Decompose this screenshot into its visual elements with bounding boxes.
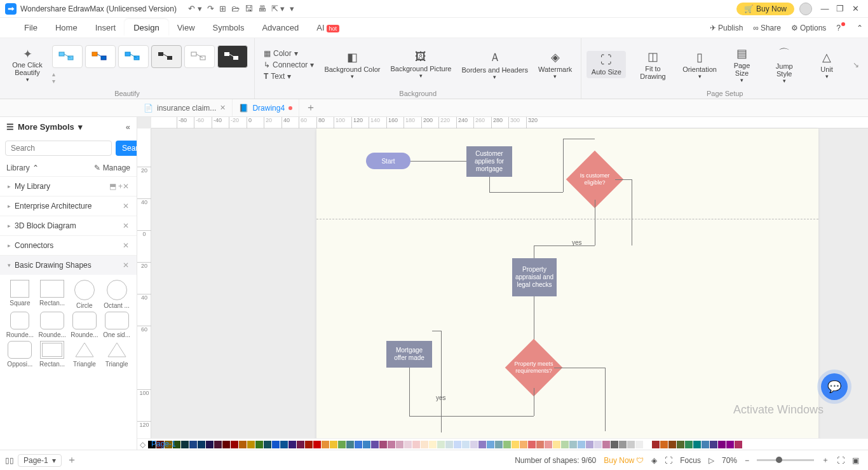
open-button[interactable]: 🗁 [231,4,240,13]
tab-view[interactable]: View [168,19,204,36]
add-page-button[interactable]: ＋ [67,453,77,467]
theme-4[interactable] [151,45,182,68]
cat-basic-shapes[interactable]: ▾Basic Drawing Shapes✕ [0,255,137,275]
cat-connectors[interactable]: ▸Connectors✕ [0,235,137,255]
color-swatch[interactable] [255,441,263,448]
color-swatch[interactable] [668,441,676,448]
color-swatch[interactable] [635,441,643,448]
color-swatch[interactable] [644,441,651,448]
color-swatch[interactable] [231,441,238,448]
shape-triangle1[interactable]: Triangle [70,341,100,368]
jump-style-button[interactable]: ⌒Jump Style▾ [764,43,805,86]
page-size-button[interactable]: ▤Page Size▾ [722,44,762,86]
search-button[interactable]: Search [116,141,137,156]
save-button[interactable]: 🖫 [245,4,253,13]
color-swatch[interactable] [355,441,362,448]
add-tab-button[interactable]: ＋ [299,101,322,114]
no-fill-swatch[interactable]: ◇ [140,440,146,449]
watermark-button[interactable]: ◈Watermark▾ [534,48,576,82]
zoom-out[interactable]: − [745,456,749,465]
color-swatch[interactable] [247,441,255,448]
color-swatch[interactable] [594,441,602,448]
color-swatch[interactable] [421,441,428,448]
color-swatch[interactable] [379,441,387,448]
shape-rounded3[interactable]: Rounde... [70,312,100,338]
color-swatch[interactable] [454,441,461,448]
tab-design[interactable]: Design [125,19,168,36]
color-swatch[interactable] [363,441,370,448]
doc-tab-1[interactable]: 📄 insurance claim...✕ [137,99,233,116]
color-swatch[interactable] [569,441,577,448]
color-swatch[interactable] [619,441,627,448]
page-selector[interactable]: Page-1 ▾ [18,454,62,467]
color-swatch[interactable] [487,441,494,448]
node-apply[interactable]: Customer applies for mortgage [466,146,512,177]
color-swatch[interactable] [578,441,585,448]
color-swatch[interactable] [478,441,486,448]
auto-size-button[interactable]: ⛶Auto Size [587,51,626,78]
cat-3d-block[interactable]: ▸3D Block Diagram✕ [0,216,137,235]
color-swatch[interactable] [520,441,527,448]
theme-6[interactable] [217,45,248,68]
color-swatch[interactable] [586,441,593,448]
page-tab-label[interactable]: Page-1 [151,439,176,448]
color-swatch[interactable] [627,441,635,448]
color-swatch[interactable] [726,441,734,448]
color-swatch[interactable] [239,441,247,448]
collapse-ribbon[interactable]: ⌃ [857,24,863,32]
buy-now-link[interactable]: Buy Now 🛡 [604,456,644,465]
export-button[interactable]: ⇱ ▾ [271,4,285,13]
color-swatch[interactable] [297,441,304,448]
canvas[interactable]: -80-60-40-200204060801001201401601802002… [137,117,868,450]
color-swatch[interactable] [702,441,709,448]
color-swatch[interactable] [660,441,668,448]
theme-5[interactable] [184,45,215,68]
color-swatch[interactable] [437,441,445,448]
buy-now-button[interactable]: 🛒 Buy Now [736,3,794,15]
color-swatch[interactable] [264,441,271,448]
color-swatch[interactable] [470,441,478,448]
shape-square[interactable]: Square [5,280,35,309]
search-input[interactable] [5,141,112,156]
chat-fab[interactable]: 💬 [821,373,848,400]
color-swatch[interactable] [685,441,693,448]
color-swatch[interactable] [693,441,701,448]
color-swatch[interactable] [313,441,321,448]
fit-drawing-button[interactable]: ◫Fit to Drawing [628,47,677,83]
color-swatch[interactable] [718,441,726,448]
cat-enterprise[interactable]: ▸Enterprise Architecture✕ [0,196,137,216]
color-swatch[interactable] [652,441,660,448]
color-swatch[interactable] [602,441,610,448]
doc-tab-2[interactable]: 📘 Drawing4 [233,99,299,116]
focus-button[interactable]: Focus [680,456,701,465]
color-swatch[interactable] [280,441,288,448]
redo-button[interactable]: ↷ [207,4,214,13]
shape-rect2[interactable]: Rectan... [37,341,67,368]
color-swatch[interactable] [528,441,536,448]
shape-opposite[interactable]: Opposi... [5,341,35,368]
color-swatch[interactable] [429,441,437,448]
orientation-button[interactable]: ▯Orientation▾ [680,48,720,82]
color-swatch[interactable] [545,441,552,448]
shape-rectangle[interactable]: Rectan... [37,280,67,309]
share-button[interactable]: ∞ Share [753,24,781,32]
fit-page-icon[interactable]: ⛶ [837,456,844,465]
color-swatch[interactable] [305,441,313,448]
publish-button[interactable]: ✈ Publish [710,24,743,32]
color-swatch[interactable] [462,441,470,448]
zoom-in[interactable]: ＋ [822,455,829,466]
color-swatch[interactable] [611,441,618,448]
bg-color-button[interactable]: ◧Background Color▾ [320,48,384,82]
connector-dropdown[interactable]: ↳ Connector ▾ [264,60,314,69]
more-button[interactable]: ▾ [290,4,294,13]
user-avatar[interactable] [799,3,812,15]
undo-button[interactable]: ↶ ▾ [188,4,202,13]
tab-advanced[interactable]: Advanced [253,19,308,36]
shape-triangle2[interactable]: Triangle [102,341,132,368]
tab-home[interactable]: Home [46,19,86,36]
tab-ai[interactable]: AIhot [308,19,348,36]
close-tab-1[interactable]: ✕ [220,104,226,112]
fullscreen-icon[interactable]: ▣ [852,456,859,465]
page-setup-launcher[interactable]: ↘ [849,60,863,69]
unit-button[interactable]: △Unit▾ [807,48,846,82]
